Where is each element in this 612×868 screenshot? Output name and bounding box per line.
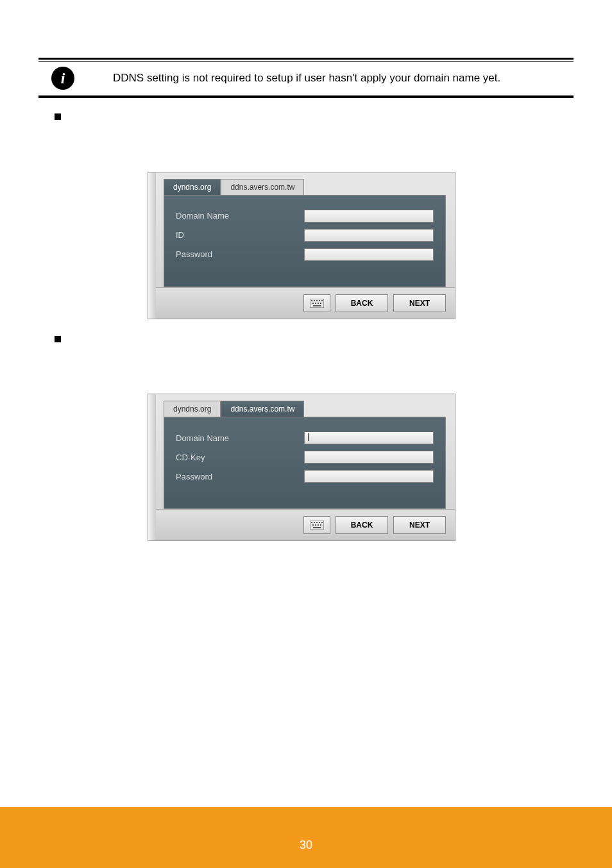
svg-rect-9 bbox=[320, 303, 321, 304]
input-id[interactable] bbox=[304, 229, 434, 242]
input-cd-key[interactable] bbox=[304, 451, 434, 463]
next-button[interactable]: NEXT bbox=[393, 294, 446, 312]
svg-rect-13 bbox=[314, 522, 315, 523]
svg-rect-20 bbox=[320, 524, 321, 526]
svg-rect-19 bbox=[318, 524, 319, 526]
tab-dyndns[interactable]: dyndns.org bbox=[164, 401, 221, 417]
input-domain-name[interactable]: | bbox=[304, 431, 434, 444]
section2-body: Enter the Domain Name, CD-Key, and Passw… bbox=[72, 347, 574, 381]
tab-ddns-avers[interactable]: ddns.avers.com.tw bbox=[221, 401, 304, 417]
page-number: 30 bbox=[0, 839, 612, 852]
section2-heading: ddns.avers.com.tw bbox=[72, 332, 574, 345]
next-button[interactable]: NEXT bbox=[393, 516, 446, 534]
page-footer bbox=[0, 807, 612, 868]
input-domain-name[interactable] bbox=[304, 210, 434, 222]
info-icon: i bbox=[51, 67, 74, 90]
svg-rect-14 bbox=[316, 522, 318, 523]
info-note-row: i DDNS setting is not required to setup … bbox=[38, 62, 574, 95]
back-button[interactable]: BACK bbox=[336, 294, 388, 312]
label-domain-name: Domain Name bbox=[176, 433, 304, 443]
tab-ddns-avers[interactable]: ddns.avers.com.tw bbox=[221, 179, 304, 195]
back-button[interactable]: BACK bbox=[336, 516, 388, 534]
svg-rect-7 bbox=[315, 303, 316, 304]
svg-rect-16 bbox=[321, 522, 323, 523]
svg-rect-6 bbox=[312, 303, 314, 304]
label-domain-name: Domain Name bbox=[176, 211, 304, 221]
label-password: Password bbox=[176, 472, 304, 481]
svg-rect-4 bbox=[319, 300, 320, 301]
svg-rect-15 bbox=[319, 522, 320, 523]
label-password: Password bbox=[176, 249, 304, 259]
ddns-dialog-avers: dyndns.org ddns.avers.com.tw Domain Name… bbox=[148, 394, 574, 541]
svg-rect-21 bbox=[313, 527, 321, 528]
svg-rect-10 bbox=[313, 305, 321, 306]
svg-rect-1 bbox=[311, 300, 312, 301]
label-cd-key: CD-Key bbox=[176, 453, 304, 462]
svg-rect-5 bbox=[321, 300, 323, 301]
section1-heading: dyndns.org bbox=[72, 110, 574, 122]
info-note-text: DDNS setting is not required to setup if… bbox=[113, 72, 500, 85]
bullet-icon bbox=[55, 336, 61, 342]
svg-rect-2 bbox=[314, 300, 315, 301]
info-icon-glyph: i bbox=[61, 70, 65, 87]
keyboard-icon[interactable] bbox=[303, 294, 330, 312]
svg-rect-18 bbox=[315, 524, 316, 526]
keyboard-icon[interactable] bbox=[303, 516, 330, 534]
svg-rect-8 bbox=[318, 303, 319, 304]
svg-rect-3 bbox=[316, 300, 318, 301]
svg-rect-17 bbox=[312, 524, 314, 526]
tab-dyndns[interactable]: dyndns.org bbox=[164, 179, 221, 195]
section1-body: Enter the Domain Name, ID (user name), a… bbox=[72, 125, 574, 159]
input-password[interactable] bbox=[304, 248, 434, 261]
svg-rect-12 bbox=[311, 522, 312, 523]
input-password[interactable] bbox=[304, 470, 434, 483]
bullet-icon bbox=[55, 113, 61, 120]
ddns-dialog-dyndns: dyndns.org ddns.avers.com.tw Domain Name… bbox=[148, 172, 574, 319]
label-id: ID bbox=[176, 230, 304, 240]
